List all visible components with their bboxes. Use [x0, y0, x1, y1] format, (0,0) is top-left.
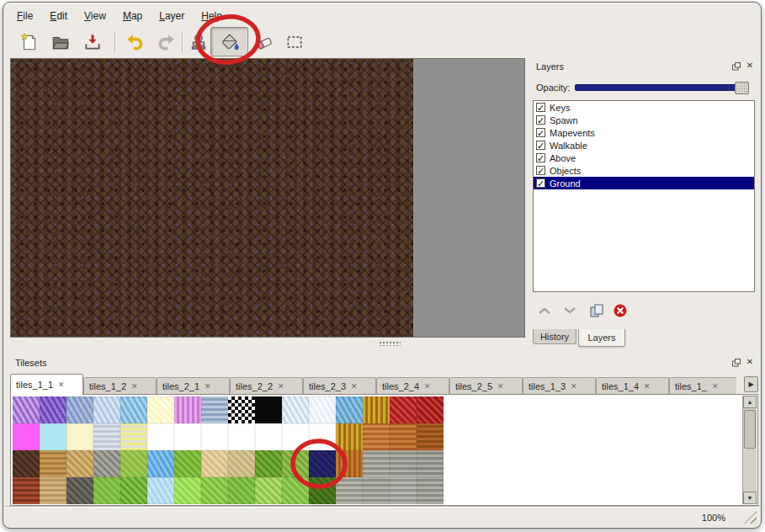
new-file-tool-button[interactable] — [17, 30, 40, 54]
tab-close-icon[interactable]: ✕ — [712, 382, 719, 391]
layer-row-ground[interactable]: ✓Ground — [534, 177, 754, 189]
tileset-tab-tiles_2_1[interactable]: tiles_2_1✕ — [157, 377, 230, 394]
tab-close-icon[interactable]: ✕ — [205, 382, 211, 391]
menu-view[interactable]: View — [79, 8, 111, 24]
tileset-tab-tiles_2_4[interactable]: tiles_2_4✕ — [376, 377, 449, 394]
palette-tile[interactable] — [201, 477, 228, 504]
opacity-slider[interactable] — [575, 84, 748, 91]
palette-tile[interactable] — [282, 477, 309, 504]
splitter-handle[interactable] — [10, 339, 525, 348]
tab-close-icon[interactable]: ✕ — [58, 380, 65, 389]
layer-row-spawn[interactable]: ✓Spawn — [534, 114, 754, 126]
tileset-tab-tiles_1_4[interactable]: tiles_1_4✕ — [596, 377, 669, 394]
palette-tile[interactable] — [93, 477, 120, 504]
dock-tab-layers[interactable]: Layers — [578, 329, 625, 347]
palette-tile[interactable] — [336, 477, 363, 504]
layer-row-walkable[interactable]: ✓Walkable — [534, 139, 754, 152]
lower-layer-button[interactable] — [561, 302, 580, 321]
fill-tool-button[interactable] — [210, 27, 248, 56]
tileset-tab-tiles_1_3[interactable]: tiles_1_3✕ — [523, 377, 596, 394]
menu-edit[interactable]: Edit — [45, 8, 72, 24]
palette-tile[interactable] — [201, 450, 228, 477]
palette-tile[interactable] — [174, 396, 201, 423]
menu-map[interactable]: Map — [118, 8, 147, 24]
palette-tile[interactable] — [336, 450, 363, 477]
delete-layer-button[interactable] — [612, 302, 630, 321]
map-canvas-area[interactable] — [10, 58, 525, 338]
tab-close-icon[interactable]: ✕ — [131, 382, 138, 391]
palette-tile[interactable] — [147, 450, 174, 477]
palette-tile[interactable] — [228, 396, 255, 423]
duplicate-layer-button[interactable] — [588, 302, 607, 321]
tileset-scrollbar[interactable]: ▲ ▼ — [742, 396, 757, 504]
palette-tile[interactable] — [336, 396, 363, 423]
palette-tile[interactable] — [147, 423, 174, 450]
tab-close-icon[interactable]: ✕ — [351, 382, 358, 391]
palette-tile[interactable] — [13, 450, 40, 477]
tab-close-icon[interactable]: ✕ — [644, 382, 651, 391]
palette-tile[interactable] — [255, 396, 282, 423]
scroll-up-icon[interactable]: ▲ — [743, 396, 757, 408]
palette-tile[interactable] — [120, 423, 147, 450]
palette-tile[interactable] — [120, 396, 147, 423]
palette-tile[interactable] — [120, 450, 147, 477]
tileset-tab-tiles_1_1[interactable]: tiles_1_1✕ — [10, 374, 83, 395]
tileset-tab-tiles_2_3[interactable]: tiles_2_3✕ — [303, 377, 376, 394]
palette-tile[interactable] — [228, 423, 255, 450]
float-panel-icon[interactable] — [731, 61, 741, 72]
palette-tile[interactable] — [174, 423, 201, 450]
layer-row-above[interactable]: ✓Above — [534, 152, 754, 164]
scrollbar-thumb[interactable] — [744, 410, 756, 449]
palette-tile[interactable] — [40, 477, 66, 504]
palette-tile[interactable] — [390, 450, 417, 477]
undo-tool-button[interactable] — [123, 30, 146, 54]
palette-tile[interactable] — [66, 450, 93, 477]
palette-tile[interactable] — [147, 477, 174, 504]
palette-tile[interactable] — [417, 477, 444, 504]
tab-scroll-right-button[interactable]: ▶ — [744, 376, 758, 392]
palette-tile[interactable] — [93, 396, 120, 423]
rect-select-tool-button[interactable] — [283, 30, 306, 54]
palette-tile[interactable] — [390, 477, 417, 504]
tab-close-icon[interactable]: ✕ — [571, 382, 577, 391]
palette-tile[interactable] — [363, 396, 390, 423]
menu-help[interactable]: Help — [196, 8, 227, 24]
palette-tile[interactable] — [228, 450, 255, 477]
palette-tile[interactable] — [417, 450, 444, 477]
palette-tile[interactable] — [390, 423, 417, 450]
tab-close-icon[interactable]: ✕ — [497, 382, 504, 391]
layer-row-keys[interactable]: ✓Keys — [534, 101, 754, 114]
palette-tile[interactable] — [363, 450, 390, 477]
stamp-tool-button[interactable] — [187, 30, 210, 54]
palette-tile[interactable] — [255, 477, 282, 504]
palette-tile[interactable] — [66, 477, 93, 504]
palette-tile[interactable] — [417, 423, 444, 450]
menu-layer[interactable]: Layer — [154, 8, 189, 24]
eraser-tool-button[interactable] — [252, 30, 276, 54]
palette-tile[interactable] — [40, 450, 66, 477]
tileset-tab-tiles_2_2[interactable]: tiles_2_2✕ — [230, 377, 303, 394]
palette-tile[interactable] — [66, 423, 93, 450]
open-tool-button[interactable] — [49, 30, 72, 54]
raise-layer-button[interactable] — [536, 302, 555, 321]
scroll-down-icon[interactable]: ▼ — [743, 492, 757, 504]
palette-tile[interactable] — [228, 477, 255, 504]
tab-close-icon[interactable]: ✕ — [278, 382, 284, 391]
palette-tile[interactable] — [309, 396, 336, 423]
redo-tool-button[interactable] — [155, 30, 178, 54]
close-panel-icon[interactable]: ✕ — [745, 357, 755, 367]
palette-tile[interactable] — [147, 396, 174, 423]
palette-tile[interactable] — [120, 477, 147, 504]
layer-visibility-checkbox[interactable]: ✓ — [536, 166, 545, 175]
layer-row-mapevents[interactable]: ✓Mapevents — [534, 126, 754, 139]
palette-tile[interactable] — [255, 423, 282, 450]
layer-row-objects[interactable]: ✓Objects — [534, 164, 754, 177]
layer-visibility-checkbox[interactable]: ✓ — [536, 141, 545, 150]
opacity-slider-handle[interactable] — [735, 82, 749, 94]
palette-tile[interactable] — [13, 477, 40, 504]
palette-tile[interactable] — [417, 396, 444, 423]
palette-tile[interactable] — [390, 396, 417, 423]
close-panel-icon[interactable]: ✕ — [745, 61, 755, 71]
palette-tile[interactable] — [13, 423, 40, 450]
palette-tile[interactable] — [282, 450, 309, 477]
